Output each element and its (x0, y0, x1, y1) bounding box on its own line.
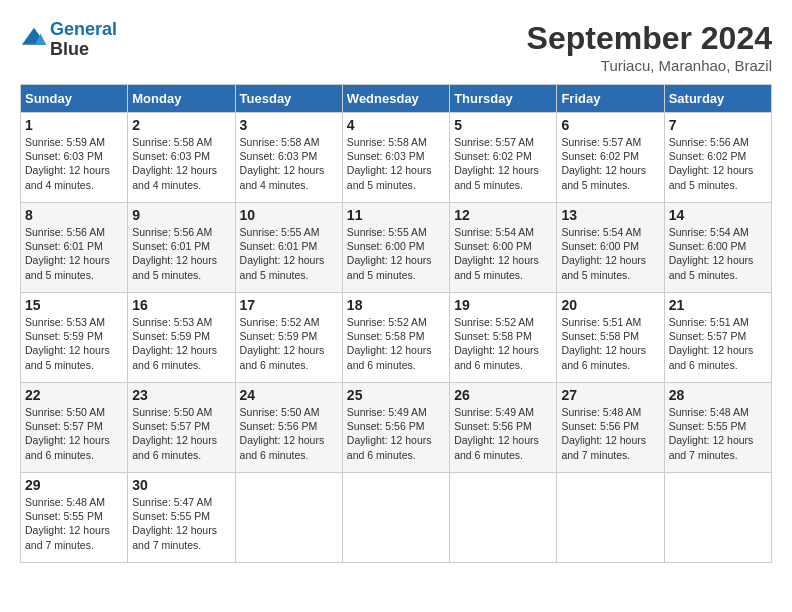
calendar-cell: 21 Sunrise: 5:51 AM Sunset: 5:57 PM Dayl… (664, 293, 771, 383)
day-info: Sunrise: 5:55 AM Sunset: 6:00 PM Dayligh… (347, 225, 445, 282)
day-number: 10 (240, 207, 338, 223)
day-info: Sunrise: 5:52 AM Sunset: 5:58 PM Dayligh… (454, 315, 552, 372)
day-info: Sunrise: 5:52 AM Sunset: 5:59 PM Dayligh… (240, 315, 338, 372)
calendar-cell: 17 Sunrise: 5:52 AM Sunset: 5:59 PM Dayl… (235, 293, 342, 383)
page-header: General Blue September 2024 Turiacu, Mar… (20, 20, 772, 74)
calendar-cell: 8 Sunrise: 5:56 AM Sunset: 6:01 PM Dayli… (21, 203, 128, 293)
day-number: 25 (347, 387, 445, 403)
calendar-cell: 13 Sunrise: 5:54 AM Sunset: 6:00 PM Dayl… (557, 203, 664, 293)
calendar-cell: 16 Sunrise: 5:53 AM Sunset: 5:59 PM Dayl… (128, 293, 235, 383)
day-number: 21 (669, 297, 767, 313)
calendar-cell: 2 Sunrise: 5:58 AM Sunset: 6:03 PM Dayli… (128, 113, 235, 203)
day-info: Sunrise: 5:56 AM Sunset: 6:01 PM Dayligh… (25, 225, 123, 282)
header-sunday: Sunday (21, 85, 128, 113)
calendar-cell: 9 Sunrise: 5:56 AM Sunset: 6:01 PM Dayli… (128, 203, 235, 293)
day-number: 14 (669, 207, 767, 223)
day-info: Sunrise: 5:59 AM Sunset: 6:03 PM Dayligh… (25, 135, 123, 192)
calendar-cell: 6 Sunrise: 5:57 AM Sunset: 6:02 PM Dayli… (557, 113, 664, 203)
day-info: Sunrise: 5:56 AM Sunset: 6:01 PM Dayligh… (132, 225, 230, 282)
day-info: Sunrise: 5:50 AM Sunset: 5:56 PM Dayligh… (240, 405, 338, 462)
calendar-cell (235, 473, 342, 563)
calendar-cell: 4 Sunrise: 5:58 AM Sunset: 6:03 PM Dayli… (342, 113, 449, 203)
day-info: Sunrise: 5:55 AM Sunset: 6:01 PM Dayligh… (240, 225, 338, 282)
calendar-cell (342, 473, 449, 563)
day-number: 6 (561, 117, 659, 133)
logo-icon (20, 26, 48, 54)
day-number: 11 (347, 207, 445, 223)
day-info: Sunrise: 5:48 AM Sunset: 5:55 PM Dayligh… (669, 405, 767, 462)
day-number: 17 (240, 297, 338, 313)
day-info: Sunrise: 5:48 AM Sunset: 5:56 PM Dayligh… (561, 405, 659, 462)
day-number: 19 (454, 297, 552, 313)
calendar-cell: 25 Sunrise: 5:49 AM Sunset: 5:56 PM Dayl… (342, 383, 449, 473)
day-number: 29 (25, 477, 123, 493)
day-number: 2 (132, 117, 230, 133)
day-number: 30 (132, 477, 230, 493)
day-info: Sunrise: 5:57 AM Sunset: 6:02 PM Dayligh… (561, 135, 659, 192)
day-info: Sunrise: 5:52 AM Sunset: 5:58 PM Dayligh… (347, 315, 445, 372)
day-info: Sunrise: 5:54 AM Sunset: 6:00 PM Dayligh… (454, 225, 552, 282)
calendar-cell: 12 Sunrise: 5:54 AM Sunset: 6:00 PM Dayl… (450, 203, 557, 293)
calendar-cell: 26 Sunrise: 5:49 AM Sunset: 5:56 PM Dayl… (450, 383, 557, 473)
calendar-cell: 27 Sunrise: 5:48 AM Sunset: 5:56 PM Dayl… (557, 383, 664, 473)
day-number: 18 (347, 297, 445, 313)
calendar-row-5: 29 Sunrise: 5:48 AM Sunset: 5:55 PM Dayl… (21, 473, 772, 563)
day-number: 1 (25, 117, 123, 133)
day-number: 7 (669, 117, 767, 133)
day-number: 20 (561, 297, 659, 313)
day-number: 22 (25, 387, 123, 403)
header-saturday: Saturday (664, 85, 771, 113)
calendar-cell: 28 Sunrise: 5:48 AM Sunset: 5:55 PM Dayl… (664, 383, 771, 473)
day-info: Sunrise: 5:54 AM Sunset: 6:00 PM Dayligh… (561, 225, 659, 282)
calendar-cell: 3 Sunrise: 5:58 AM Sunset: 6:03 PM Dayli… (235, 113, 342, 203)
day-info: Sunrise: 5:49 AM Sunset: 5:56 PM Dayligh… (347, 405, 445, 462)
day-number: 13 (561, 207, 659, 223)
header-wednesday: Wednesday (342, 85, 449, 113)
calendar-table: Sunday Monday Tuesday Wednesday Thursday… (20, 84, 772, 563)
calendar-cell: 5 Sunrise: 5:57 AM Sunset: 6:02 PM Dayli… (450, 113, 557, 203)
day-number: 9 (132, 207, 230, 223)
header-tuesday: Tuesday (235, 85, 342, 113)
day-info: Sunrise: 5:53 AM Sunset: 5:59 PM Dayligh… (132, 315, 230, 372)
logo: General Blue (20, 20, 117, 60)
calendar-cell: 10 Sunrise: 5:55 AM Sunset: 6:01 PM Dayl… (235, 203, 342, 293)
calendar-cell: 15 Sunrise: 5:53 AM Sunset: 5:59 PM Dayl… (21, 293, 128, 383)
location: Turiacu, Maranhao, Brazil (527, 57, 772, 74)
calendar-cell: 29 Sunrise: 5:48 AM Sunset: 5:55 PM Dayl… (21, 473, 128, 563)
day-number: 24 (240, 387, 338, 403)
header-thursday: Thursday (450, 85, 557, 113)
calendar-cell: 20 Sunrise: 5:51 AM Sunset: 5:58 PM Dayl… (557, 293, 664, 383)
day-info: Sunrise: 5:56 AM Sunset: 6:02 PM Dayligh… (669, 135, 767, 192)
day-number: 4 (347, 117, 445, 133)
day-info: Sunrise: 5:50 AM Sunset: 5:57 PM Dayligh… (25, 405, 123, 462)
day-info: Sunrise: 5:49 AM Sunset: 5:56 PM Dayligh… (454, 405, 552, 462)
calendar-cell: 1 Sunrise: 5:59 AM Sunset: 6:03 PM Dayli… (21, 113, 128, 203)
calendar-cell: 23 Sunrise: 5:50 AM Sunset: 5:57 PM Dayl… (128, 383, 235, 473)
logo-line1: General (50, 19, 117, 39)
day-info: Sunrise: 5:51 AM Sunset: 5:57 PM Dayligh… (669, 315, 767, 372)
calendar-cell: 24 Sunrise: 5:50 AM Sunset: 5:56 PM Dayl… (235, 383, 342, 473)
day-number: 27 (561, 387, 659, 403)
day-number: 5 (454, 117, 552, 133)
calendar-cell: 7 Sunrise: 5:56 AM Sunset: 6:02 PM Dayli… (664, 113, 771, 203)
header-monday: Monday (128, 85, 235, 113)
day-info: Sunrise: 5:58 AM Sunset: 6:03 PM Dayligh… (240, 135, 338, 192)
day-number: 23 (132, 387, 230, 403)
day-info: Sunrise: 5:58 AM Sunset: 6:03 PM Dayligh… (132, 135, 230, 192)
calendar-cell: 18 Sunrise: 5:52 AM Sunset: 5:58 PM Dayl… (342, 293, 449, 383)
day-info: Sunrise: 5:53 AM Sunset: 5:59 PM Dayligh… (25, 315, 123, 372)
day-number: 8 (25, 207, 123, 223)
day-info: Sunrise: 5:54 AM Sunset: 6:00 PM Dayligh… (669, 225, 767, 282)
day-number: 16 (132, 297, 230, 313)
logo-text: General Blue (50, 20, 117, 60)
day-info: Sunrise: 5:58 AM Sunset: 6:03 PM Dayligh… (347, 135, 445, 192)
calendar-cell: 19 Sunrise: 5:52 AM Sunset: 5:58 PM Dayl… (450, 293, 557, 383)
calendar-row-3: 15 Sunrise: 5:53 AM Sunset: 5:59 PM Dayl… (21, 293, 772, 383)
day-info: Sunrise: 5:57 AM Sunset: 6:02 PM Dayligh… (454, 135, 552, 192)
title-block: September 2024 Turiacu, Maranhao, Brazil (527, 20, 772, 74)
month-title: September 2024 (527, 20, 772, 57)
day-number: 28 (669, 387, 767, 403)
calendar-cell (450, 473, 557, 563)
calendar-cell: 14 Sunrise: 5:54 AM Sunset: 6:00 PM Dayl… (664, 203, 771, 293)
calendar-cell: 22 Sunrise: 5:50 AM Sunset: 5:57 PM Dayl… (21, 383, 128, 473)
